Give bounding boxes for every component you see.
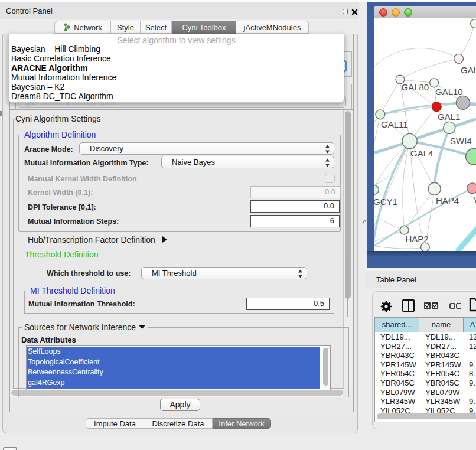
svg-text:GAL4: GAL4 [410,148,433,158]
svg-text:GAL2: GAL2 [461,65,476,75]
svg-text:GAL11: GAL11 [381,119,408,129]
svg-text:SWI4: SWI4 [450,136,472,146]
svg-text:GAL80: GAL80 [402,82,429,92]
svg-text:HAP4: HAP4 [436,195,459,206]
svg-text:HAP2: HAP2 [406,234,429,244]
svg-text:GCY1: GCY1 [374,197,397,207]
svg-text:Y: Y [473,195,476,205]
svg-text:GAL10: GAL10 [435,87,463,97]
svg-text:GAL1: GAL1 [438,112,460,122]
